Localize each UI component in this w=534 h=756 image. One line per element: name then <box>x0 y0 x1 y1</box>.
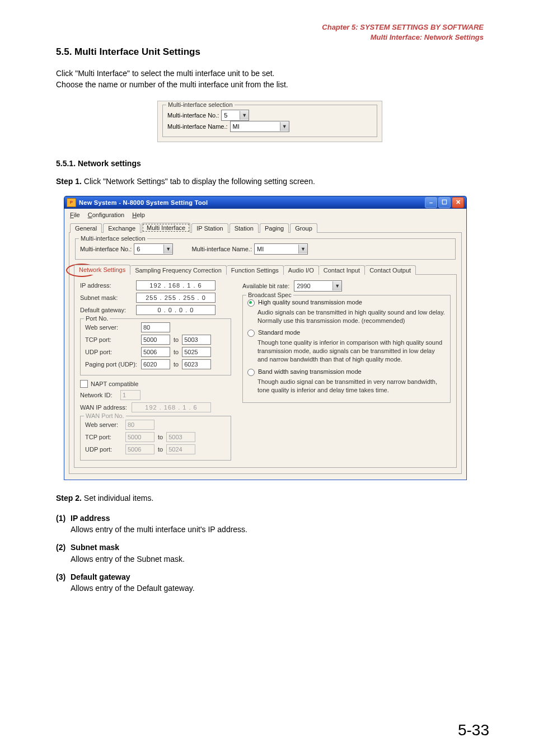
subtab-audio-io[interactable]: Audio I/O <box>284 265 319 275</box>
menu-configuration[interactable]: Configuration <box>88 212 124 218</box>
opt3-desc: Though audio signal can be transmitted i… <box>257 378 446 395</box>
page-number: 5-33 <box>458 721 489 739</box>
opt1-desc: Audio signals can be transmitted in high… <box>257 308 446 325</box>
mi-name-dropdown[interactable]: MI ▼ <box>254 243 308 255</box>
mi-name-label: Multi-interface Name.: <box>191 246 252 252</box>
to-label: to <box>174 361 179 368</box>
tab-general[interactable]: General <box>70 223 102 233</box>
minimize-button[interactable]: – <box>425 197 437 208</box>
chevron-down-icon: ▼ <box>298 245 307 253</box>
tcp-port-to-input[interactable]: 5003 <box>182 335 211 345</box>
mini-name-dropdown[interactable]: MI ▼ <box>230 121 289 132</box>
window-title: New System - N-8000 System Setting Tool <box>79 199 208 206</box>
udp-port-to-input[interactable]: 5025 <box>182 347 211 357</box>
mini-no-dropdown[interactable]: 5 ▼ <box>221 110 249 121</box>
web-server-input[interactable]: 80 <box>141 322 170 332</box>
app-window: P New System - N-8000 System Setting Too… <box>64 196 467 480</box>
default-gateway-input[interactable]: 0 . 0 . 0 . 0 <box>136 305 216 315</box>
wan-tcp-from-input: 5000 <box>125 432 154 442</box>
udp-port-label: UDP port: <box>85 349 141 355</box>
radio-high-quality[interactable]: High quality sound transmission mode <box>247 299 446 307</box>
paging-port-to-input[interactable]: 6023 <box>182 359 211 369</box>
subtab-sampling-freq[interactable]: Sampling Frequency Correction <box>130 265 227 275</box>
tab-paging[interactable]: Paging <box>260 223 289 233</box>
item-desc: Allows entry of the multi interface unit… <box>71 525 247 534</box>
chevron-down-icon: ▼ <box>332 281 341 290</box>
subtab-network-settings[interactable]: Network Settings <box>74 265 130 275</box>
paging-port-from-input[interactable]: 6020 <box>141 359 170 369</box>
web-server-label: Web server: <box>85 324 141 331</box>
maximize-button[interactable]: ☐ <box>438 197 451 208</box>
header-line2: Multi Interface: Network Settings <box>56 32 484 43</box>
radio-bandwidth-saving[interactable]: Band width saving transmission mode <box>247 368 446 376</box>
item-desc: Allows entry of the Subnet mask. <box>71 555 185 564</box>
close-button[interactable]: ✕ <box>452 197 464 208</box>
broadcast-spec-fieldset: Broadcast Spec High quality sound transm… <box>242 295 451 403</box>
radio-icon <box>247 299 255 307</box>
tcp-port-from-input[interactable]: 5000 <box>141 335 170 345</box>
udp-port-from-input[interactable]: 5006 <box>141 347 170 357</box>
mi-selection-legend: Multi-interface selection <box>79 235 147 242</box>
mi-no-dropdown[interactable]: 6 ▼ <box>134 243 173 255</box>
wan-port-no-legend: WAN Port No. <box>84 412 126 419</box>
tab-group[interactable]: Group <box>290 223 317 233</box>
bitrate-label: Available bit rate: <box>242 283 289 289</box>
radio-icon <box>247 330 255 337</box>
tab-multi-interface[interactable]: Multi Interface <box>142 223 190 233</box>
mini-selection-figure: Multi-interface selection Multi-interfac… <box>157 101 382 142</box>
subnet-mask-label: Subnet mask: <box>80 294 136 301</box>
wan-udp-port-label: UDP port: <box>85 446 125 453</box>
napt-checkbox[interactable] <box>80 380 88 388</box>
mini-selection-fieldset: Multi-interface selection Multi-interfac… <box>162 105 377 137</box>
opt2-desc: Though tone quality is inferior in compa… <box>257 339 446 364</box>
intro-line1: Click "Multi Interface" to select the mu… <box>56 69 274 78</box>
opt3-title: Band width saving transmission mode <box>258 368 446 376</box>
napt-disabled-group: Network ID: 1 WAN IP address: 192 . 168 … <box>80 390 231 461</box>
mini-legend: Multi-interface selection <box>166 101 235 108</box>
network-settings-panel: IP address: 192 . 168 . 1 . 6 Subnet mas… <box>74 275 457 468</box>
subtab-contact-output[interactable]: Contact Output <box>365 265 416 275</box>
network-id-label: Network ID: <box>80 392 120 398</box>
step2-label: Step 2. <box>56 494 82 503</box>
tab-exchange[interactable]: Exchange <box>103 223 140 233</box>
ip-address-input[interactable]: 192 . 168 . 1 . 6 <box>136 280 216 290</box>
subtab-function-settings[interactable]: Function Settings <box>227 265 284 275</box>
chevron-down-icon: ▼ <box>163 245 172 253</box>
mini-name-value: MI <box>231 123 280 130</box>
menu-bar: File Configuration Help <box>68 210 463 221</box>
to-label: to <box>158 434 163 440</box>
item-num: (1) <box>56 513 71 536</box>
menu-help[interactable]: Help <box>132 212 145 218</box>
network-id-input: 1 <box>120 390 140 400</box>
item-title: Default gateway <box>71 572 130 581</box>
to-label: to <box>174 336 179 343</box>
item-num: (2) <box>56 542 71 565</box>
port-no-fieldset: Port No. Web server: 80 TCP port: 5000 t… <box>80 318 231 375</box>
mi-no-label: Multi-interface No.: <box>80 246 132 252</box>
tab-ip-station[interactable]: IP Station <box>191 223 228 233</box>
mini-name-label: Multi-interface Name.: <box>167 123 228 130</box>
bitrate-dropdown[interactable]: 2990 ▼ <box>294 280 342 292</box>
wan-udp-to-input: 5024 <box>166 444 195 454</box>
ip-address-label: IP address: <box>80 282 136 289</box>
to-label: to <box>174 349 179 355</box>
item-list: (1) IP address Allows entry of the multi… <box>56 513 484 594</box>
chevron-down-icon: ▼ <box>280 122 289 131</box>
menu-file[interactable]: File <box>70 212 80 218</box>
sub-tab-row: Network Settings Sampling Frequency Corr… <box>74 264 457 275</box>
radio-icon <box>247 369 255 376</box>
radio-standard[interactable]: Standard mode <box>247 329 446 337</box>
intro-line2: Choose the name or number of the multi i… <box>56 80 288 89</box>
item-2: (2) Subnet mask Allows entry of the Subn… <box>56 542 484 565</box>
left-column: IP address: 192 . 168 . 1 . 6 Subnet mas… <box>80 280 231 461</box>
opt1-title: High quality sound transmission mode <box>258 299 446 307</box>
broadcast-spec-legend: Broadcast Spec <box>246 292 293 298</box>
subnet-mask-input[interactable]: 255 . 255 . 255 . 0 <box>136 293 216 303</box>
item-1: (1) IP address Allows entry of the multi… <box>56 513 484 536</box>
item-desc: Allows entry of the Default gateway. <box>71 584 195 593</box>
tab-station[interactable]: Station <box>229 223 259 233</box>
bitrate-value: 2990 <box>294 283 332 289</box>
main-tab-row: General Exchange Multi Interface IP Stat… <box>69 222 462 233</box>
tcp-port-label: TCP port: <box>85 336 141 343</box>
subtab-contact-input[interactable]: Contact Input <box>319 265 365 275</box>
